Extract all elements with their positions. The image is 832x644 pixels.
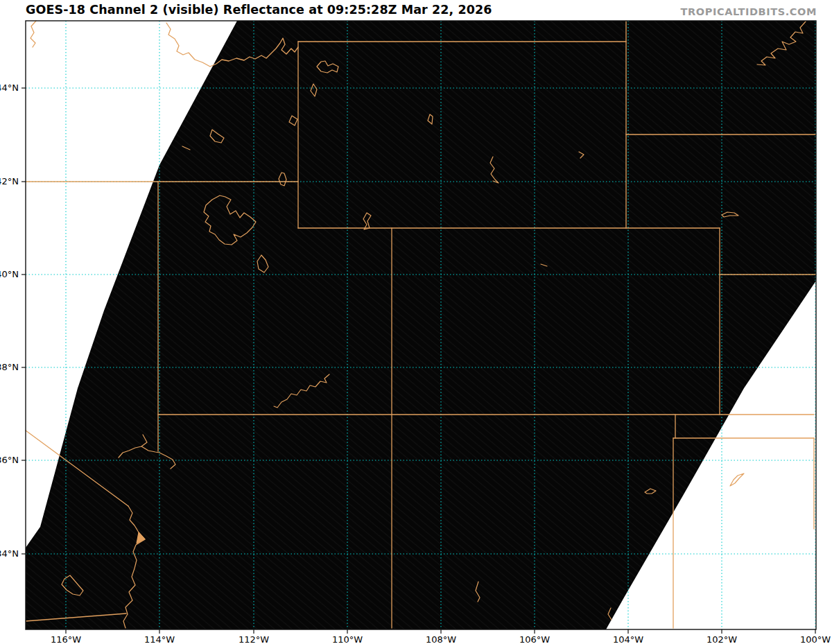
x-tick-label-116w: 116°W bbox=[51, 634, 81, 644]
border-snake-river-fragment bbox=[31, 21, 36, 47]
x-tick-label-112w: 112°W bbox=[239, 634, 269, 644]
x-tick-label-104w: 104°W bbox=[613, 634, 643, 644]
x-tick-label-100w: 100°W bbox=[800, 634, 831, 644]
y-tick-label-44n: 44°N bbox=[0, 82, 19, 93]
y-tick-label-38n: 38°N bbox=[0, 362, 19, 372]
y-tick-label-40n: 40°N bbox=[0, 269, 19, 279]
x-tick-label-108w: 108°W bbox=[426, 634, 456, 644]
x-tick-label-110w: 110°W bbox=[332, 634, 363, 644]
map-canvas[interactable]: 44°N 42°N 40°N 38°N 36°N 34°N 116°W 114°… bbox=[0, 0, 832, 644]
y-axis-labels: 44°N 42°N 40°N 38°N 36°N 34°N bbox=[0, 82, 19, 559]
lake-meredith bbox=[730, 473, 744, 486]
y-tick-label-42n: 42°N bbox=[0, 176, 19, 186]
x-tick-label-114w: 114°W bbox=[144, 634, 175, 644]
satellite-figure: GOES-18 Channel 2 (visible) Reflectance … bbox=[0, 0, 832, 644]
y-tick-label-34n: 34°N bbox=[0, 548, 19, 559]
x-tick-label-102w: 102°W bbox=[707, 634, 737, 644]
y-tick-label-36n: 36°N bbox=[0, 455, 19, 465]
x-axis-labels: 116°W 114°W 112°W 110°W 108°W 106°W 104°… bbox=[51, 634, 831, 644]
x-tick-label-106w: 106°W bbox=[519, 634, 550, 644]
